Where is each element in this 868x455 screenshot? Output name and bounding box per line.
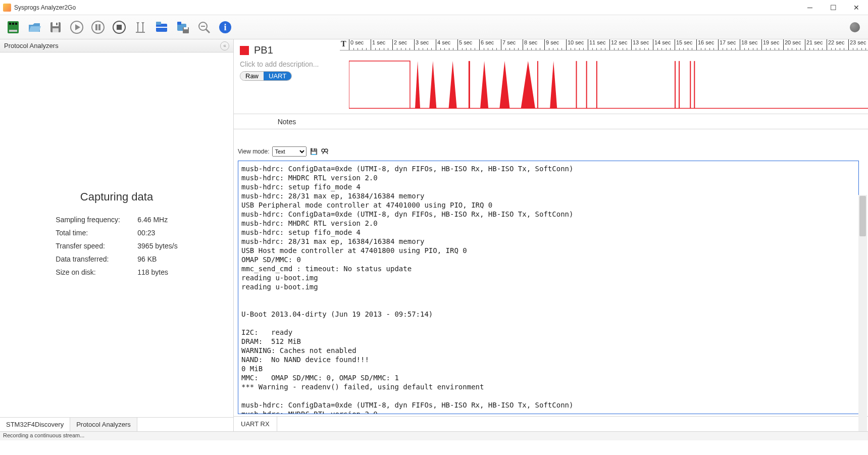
svg-rect-20 bbox=[156, 22, 161, 25]
content-tabs: UART RX bbox=[234, 416, 868, 431]
find-icon[interactable] bbox=[321, 147, 329, 156]
stat-value: 118 bytes bbox=[133, 266, 181, 278]
svg-rect-1 bbox=[9, 23, 11, 25]
mode-raw[interactable]: Raw bbox=[240, 72, 264, 80]
collapse-sidebar-icon[interactable]: « bbox=[220, 41, 229, 50]
svg-rect-22 bbox=[177, 22, 181, 25]
viewmode-select[interactable]: Text bbox=[272, 146, 307, 157]
maximize-button[interactable]: ☐ bbox=[822, 0, 845, 15]
titlebar: Sysprogs Analyzer2Go ─ ☐ ✕ bbox=[0, 0, 868, 15]
log-textarea[interactable]: musb-hdrc: ConfigData=0xde (UTMI-8, dyn … bbox=[238, 161, 859, 414]
sidebar-tabs: STM32F4Discovery Protocol Analyzers bbox=[0, 417, 233, 431]
stat-label: Total time: bbox=[52, 227, 132, 239]
waveform-area[interactable]: T 0 sec1 sec2 sec3 sec4 sec5 sec6 sec7 s… bbox=[340, 39, 868, 114]
tab-protocol-analyzers[interactable]: Protocol Analyzers bbox=[70, 418, 137, 431]
svg-rect-24 bbox=[184, 27, 188, 29]
stat-value: 00:23 bbox=[133, 227, 181, 239]
signal-color-swatch[interactable] bbox=[240, 46, 249, 55]
sidebar-title: Protocol Analyzers bbox=[4, 42, 59, 49]
stat-label: Transfer speed: bbox=[52, 240, 132, 252]
mode-uart[interactable]: UART bbox=[264, 72, 291, 80]
svg-rect-31 bbox=[537, 61, 538, 109]
svg-rect-35 bbox=[675, 61, 676, 109]
time-ruler[interactable]: T 0 sec1 sec2 sec3 sec4 sec5 sec6 sec7 s… bbox=[340, 39, 868, 50]
capture-title: Capturing data bbox=[80, 190, 153, 204]
svg-rect-4 bbox=[9, 30, 17, 32]
svg-rect-2 bbox=[12, 23, 14, 25]
svg-rect-11 bbox=[95, 24, 97, 30]
zoom-out-icon[interactable] bbox=[195, 18, 213, 36]
svg-rect-32 bbox=[576, 61, 577, 109]
app-icon bbox=[3, 4, 11, 12]
tab-device[interactable]: STM32F4Discovery bbox=[0, 418, 70, 431]
svg-rect-33 bbox=[586, 61, 587, 109]
folder-blue-icon[interactable] bbox=[152, 18, 171, 36]
statusbar: Recording a continuous stream... bbox=[0, 431, 868, 440]
log-scrollbar[interactable]: ▲ ▼ bbox=[858, 195, 867, 431]
signal-mode-toggle[interactable]: Raw UART bbox=[240, 71, 292, 81]
svg-text:i: i bbox=[224, 22, 226, 32]
signal-name: PB1 bbox=[254, 44, 273, 56]
svg-rect-7 bbox=[53, 28, 59, 32]
minimize-button[interactable]: ─ bbox=[798, 0, 822, 15]
signal-panel: PB1 Click to add description... Raw UART bbox=[234, 39, 340, 114]
tab-uart-rx[interactable]: UART RX bbox=[234, 417, 277, 431]
stat-value: 6.46 MHz bbox=[133, 214, 181, 226]
notes-track[interactable] bbox=[340, 114, 868, 129]
ruler-cursor-icon: T bbox=[341, 39, 346, 48]
notes-label[interactable]: Notes bbox=[234, 114, 340, 129]
sidebar: Protocol Analyzers « Capturing data Samp… bbox=[0, 39, 234, 431]
pause-icon[interactable] bbox=[89, 18, 107, 36]
svg-point-10 bbox=[92, 21, 104, 33]
svg-rect-38 bbox=[694, 61, 695, 109]
svg-rect-36 bbox=[679, 61, 680, 109]
stat-value: 3965 bytes/s bbox=[133, 240, 181, 252]
viewmode-label: View mode: bbox=[238, 148, 269, 155]
stat-label: Sampling frequency: bbox=[52, 214, 132, 226]
svg-rect-8 bbox=[56, 23, 58, 25]
svg-line-43 bbox=[327, 152, 328, 154]
scroll-thumb[interactable] bbox=[859, 196, 866, 236]
svg-rect-34 bbox=[596, 61, 597, 109]
svg-rect-3 bbox=[15, 23, 17, 25]
svg-point-40 bbox=[322, 149, 325, 152]
info-icon[interactable]: i bbox=[216, 18, 234, 36]
marker-icon[interactable] bbox=[131, 18, 149, 36]
window-title: Sysprogs Analyzer2Go bbox=[14, 4, 76, 11]
svg-rect-6 bbox=[53, 22, 59, 26]
toolbar: i bbox=[0, 15, 868, 39]
save-log-icon[interactable]: 💾 bbox=[310, 147, 318, 156]
open-icon[interactable] bbox=[25, 18, 43, 36]
play-icon[interactable] bbox=[68, 18, 86, 36]
svg-rect-12 bbox=[98, 24, 100, 30]
folder-save-icon[interactable] bbox=[174, 18, 192, 36]
status-indicator bbox=[850, 22, 860, 32]
stop-icon[interactable] bbox=[110, 18, 128, 36]
sidebar-header: Protocol Analyzers « bbox=[0, 39, 233, 53]
svg-rect-37 bbox=[690, 61, 691, 109]
close-button[interactable]: ✕ bbox=[845, 0, 868, 15]
content-area: PB1 Click to add description... Raw UART… bbox=[234, 39, 868, 431]
svg-point-41 bbox=[325, 149, 328, 152]
board-icon[interactable] bbox=[4, 18, 22, 36]
stat-label: Size on disk: bbox=[52, 266, 132, 278]
stat-value: 96 KB bbox=[133, 253, 181, 265]
save-icon[interactable] bbox=[46, 18, 65, 36]
svg-rect-30 bbox=[469, 61, 470, 109]
svg-line-26 bbox=[206, 29, 210, 33]
svg-rect-19 bbox=[156, 27, 167, 28]
signal-description[interactable]: Click to add description... bbox=[240, 60, 334, 68]
capture-stats: Sampling frequency:6.46 MHz Total time:0… bbox=[50, 213, 182, 279]
svg-rect-14 bbox=[117, 25, 122, 30]
stat-label: Data transferred: bbox=[52, 253, 132, 265]
waveform[interactable] bbox=[349, 50, 868, 114]
